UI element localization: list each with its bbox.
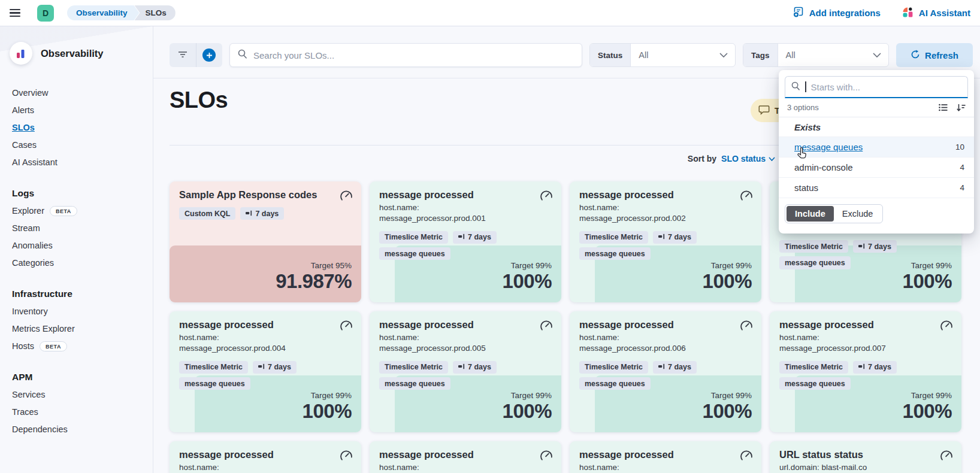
slo-card-tags: message queues — [579, 247, 752, 260]
slo-card[interactable]: message processedhost.name:message_proce… — [370, 311, 561, 432]
include-exclude-control: Include Exclude — [779, 198, 974, 234]
slo-target-label: Target 99% — [503, 261, 552, 270]
slo-card[interactable]: message processedhost.name:message_proce… — [370, 181, 561, 302]
slo-badge: 7 days — [853, 361, 897, 374]
slo-badge-label: Timeslice Metric — [385, 232, 443, 242]
slo-tag-badge: message queues — [379, 247, 450, 260]
sidebar-item-label: Anomalies — [12, 241, 53, 250]
chevron-down-icon — [769, 157, 775, 161]
slo-badge-label: 7 days — [668, 362, 691, 372]
add-integrations-button[interactable]: Add integrations — [793, 7, 881, 20]
sidebar-item-services[interactable]: Services — [12, 386, 153, 403]
menu-icon[interactable] — [10, 6, 25, 20]
search-icon — [791, 81, 800, 93]
sidebar-item-label: Dependencies — [12, 425, 68, 434]
status-filter-label: Status — [590, 44, 631, 66]
exclude-button[interactable]: Exclude — [834, 206, 882, 222]
sidebar-item-label: Cases — [12, 140, 37, 150]
slo-badge: Timeslice Metric — [579, 361, 648, 374]
avatar[interactable]: D — [37, 5, 54, 22]
list-view-icon[interactable] — [939, 104, 948, 111]
slo-card-tags: message queues — [179, 377, 352, 390]
tag-option-label: status — [794, 183, 818, 193]
tag-option[interactable]: status4 — [779, 177, 974, 198]
filter-button[interactable] — [170, 43, 196, 67]
slo-card[interactable]: message processedhost.name:message_proce… — [570, 311, 761, 432]
sidebar-item-dependencies[interactable]: Dependencies — [12, 420, 153, 438]
sidebar-item-cases[interactable]: Cases — [12, 136, 153, 153]
tag-option[interactable]: message queues10 — [779, 137, 974, 157]
chevron-down-icon — [719, 44, 735, 66]
slo-card-badges: Timeslice Metric7 days — [579, 361, 752, 374]
slo-badge: 7 days — [253, 361, 297, 374]
sidebar-item-traces[interactable]: Traces — [12, 403, 153, 420]
sidebar-item-label: Explorer — [12, 206, 44, 216]
slos-page: { "colors": { "accent_blue": "#006bb8", … — [0, 0, 980, 473]
create-slo-button[interactable] — [196, 43, 223, 67]
slo-card-head: message processedhost.name:message_proce… — [779, 319, 952, 354]
slo-badge-label: Timeslice Metric — [585, 232, 643, 242]
slo-card[interactable]: message processedhost.name:message_proce… — [170, 311, 361, 432]
refresh-button[interactable]: Refresh — [896, 43, 973, 67]
tags-filter-select[interactable]: Tags All — [743, 43, 889, 67]
tag-option-label: message queues — [794, 142, 863, 152]
chevron-down-icon — [873, 44, 888, 66]
slo-badge-label: 7 days — [268, 362, 291, 372]
sidebar-item-categories[interactable]: Categories — [12, 254, 153, 271]
slo-badge: Timeslice Metric — [179, 361, 248, 374]
search-input[interactable] — [253, 50, 574, 60]
slo-card[interactable]: message processedhost.name:message_proce… — [770, 311, 961, 432]
slo-badge-label: Timeslice Metric — [785, 242, 843, 251]
include-button[interactable]: Include — [787, 206, 834, 222]
sidebar-item-explorer[interactable]: ExplorerBETA — [12, 202, 153, 219]
tags-filter-search-input[interactable]: Starts with... — [785, 76, 968, 98]
sort-icon[interactable] — [957, 104, 966, 111]
slo-badge: 7 days — [453, 231, 497, 244]
slo-card-tags: message queues — [779, 377, 952, 390]
sidebar-item-slos[interactable]: SLOs — [12, 119, 153, 136]
sidebar-section-logs: LogsExplorerBETAStreamAnomaliesCategorie… — [0, 184, 153, 271]
slo-badge: 7 days — [653, 231, 697, 244]
slo-card[interactable]: message processedhost.name: — [570, 441, 761, 473]
slo-card[interactable]: message processedhost.name: — [170, 441, 361, 473]
sidebar-item-ai-assistant[interactable]: AI Assistant — [12, 153, 153, 171]
breadcrumb-slos[interactable]: SLOs — [135, 5, 176, 20]
slo-badge: Timeslice Metric — [779, 361, 848, 374]
time-window-icon — [858, 362, 865, 372]
time-window-icon — [658, 232, 665, 242]
sidebar-item-alerts[interactable]: Alerts — [12, 101, 153, 119]
sidebar-item-hosts[interactable]: HostsBETA — [12, 337, 153, 354]
slo-card-head: message processedhost.name:message_proce… — [579, 189, 752, 225]
sidebar-item-stream[interactable]: Stream — [12, 219, 153, 236]
slo-card[interactable]: Sample App Response codesCustom KQL7 day… — [170, 181, 361, 302]
sidebar-item-metrics-explorer[interactable]: Metrics Explorer — [12, 320, 153, 337]
sort-by-value[interactable]: SLO status — [721, 154, 775, 163]
slo-card-subtitle: message_processor.prod.002 — [579, 213, 752, 224]
breadcrumb-observability[interactable]: Observability — [67, 5, 140, 20]
sidebar-section-infrastructure: InfrastructureInventoryMetrics ExplorerH… — [0, 285, 153, 354]
sort-by-control: Sort by SLO status — [688, 154, 775, 163]
slo-card-title: message processed — [779, 319, 934, 331]
sidebar-item-label: Overview — [12, 88, 48, 98]
slo-card[interactable]: URL status statusurl.domain: blast-mail.… — [770, 441, 961, 473]
slo-card[interactable]: message processedhost.name: — [370, 441, 561, 473]
sidebar-item-overview[interactable]: Overview — [12, 84, 153, 101]
slo-card[interactable]: message processedhost.name:message_proce… — [570, 181, 761, 302]
sidebar-section-apm: APMServicesTracesDependencies — [0, 368, 153, 438]
status-filter-select[interactable]: Status All — [589, 43, 736, 67]
slo-badge-label: Timeslice Metric — [184, 362, 243, 372]
sidebar-primary-nav: OverviewAlertsSLOsCasesAI Assistant — [0, 84, 153, 171]
sidebar-section-title: APM — [0, 368, 153, 386]
sidebar-item-inventory[interactable]: Inventory — [12, 302, 153, 320]
sidebar-item-anomalies[interactable]: Anomalies — [12, 236, 153, 254]
tags-filter-value: All — [778, 44, 873, 66]
slo-card-subtitle: host.name: — [179, 462, 352, 473]
sidebar-section-title: Infrastructure — [0, 285, 153, 302]
tag-option[interactable]: admin-console4 — [779, 157, 974, 177]
slo-card-badges: Timeslice Metric7 days — [779, 361, 952, 374]
slo-card-head: message processedhost.name:message_proce… — [179, 319, 352, 354]
sort-by-label: Sort by — [688, 154, 716, 163]
slo-card-subtitle: message_processor.prod.006 — [579, 343, 752, 354]
ai-assistant-button[interactable]: AI Assistant — [902, 7, 970, 20]
slo-metrics: Target 99%100% — [703, 261, 752, 292]
